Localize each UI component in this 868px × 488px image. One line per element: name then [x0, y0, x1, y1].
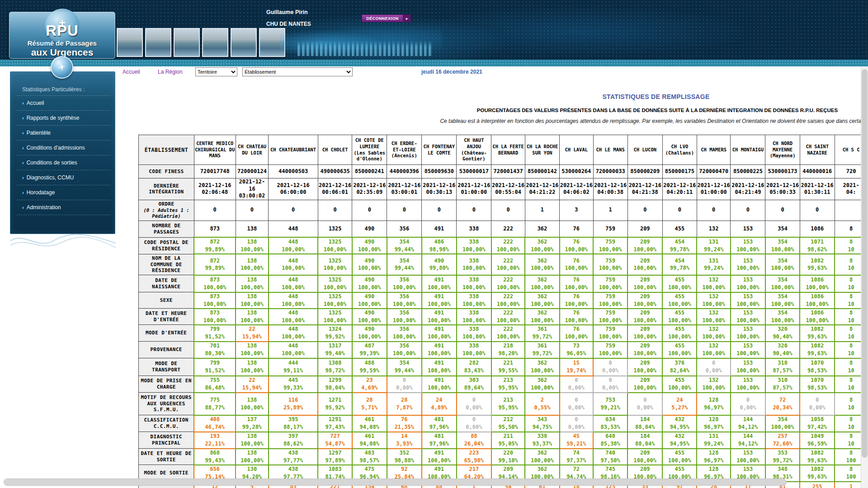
horizontal-scrollbar-thumb[interactable]: [4, 479, 787, 486]
column-header-establishment: CH LAVAL: [560, 135, 593, 165]
stat-cell: 108299,63%: [800, 342, 835, 358]
sidebar-item-horodatage[interactable]: ›Horodatage: [17, 185, 110, 200]
stat-cell: 1325100,00%: [318, 275, 352, 292]
sidebar-item-patient-le[interactable]: ›Patientèle: [17, 126, 110, 141]
stat-cell: 455100,00%: [662, 325, 697, 342]
stat-cell: 490100,00%: [352, 275, 387, 292]
territory-select[interactable]: Territoire: [195, 67, 237, 76]
integration-datetime-cell: 2021-12-1604:21:38: [627, 178, 662, 200]
stat-cell: 13199,24%: [697, 432, 730, 449]
stat-cell: 153100,00%: [731, 358, 765, 376]
sidebar-item-accueil[interactable]: ›Accueil: [17, 95, 110, 111]
page-note: Ce tableau est à interpréter en fonction…: [440, 118, 868, 124]
vertical-scrollbar[interactable]: [861, 66, 868, 488]
sidebar-item-diagnostics-ccmu[interactable]: ›Diagnostics, CCMU: [17, 170, 110, 185]
stat-cell: 222100,00%: [491, 292, 525, 309]
column-header-establishment: CH LUCON: [627, 135, 662, 165]
stat-cell: 491100,00%: [422, 275, 457, 292]
value-cell: 720017748: [194, 165, 236, 178]
stat-cell: 00,00%: [593, 358, 627, 376]
stat-cell: 759100,00%: [593, 275, 627, 292]
stat-cell: 129998,04%: [318, 376, 352, 393]
stat-cell: 76100,00%: [560, 292, 593, 309]
integration-datetime-cell: 2021-12-1603:00:02: [236, 178, 269, 200]
stat-cell: 77588,77%: [194, 393, 236, 415]
stat-cell: 1086100,00%: [800, 309, 835, 325]
stat-cell: 4559,21%: [560, 432, 593, 449]
establishment-select[interactable]: Établissement: [242, 67, 353, 76]
stat-cell: 362100,00%: [525, 275, 559, 292]
stat-cell: 490100,00%: [352, 309, 387, 325]
vertical-scrollbar-thumb[interactable]: [862, 69, 868, 458]
integration-datetime-cell: 2021-12-1601:00:00: [457, 178, 491, 200]
sidebar-item-administration[interactable]: ›Administration: [17, 200, 110, 215]
stat-cell: 759100,00%: [593, 254, 627, 275]
stat-cell: 153100,00%: [731, 237, 765, 254]
row-label: CLASSIFICATION C.C.M.U.: [139, 415, 194, 432]
row-label: CODE POSTAL DE RÉSIDENCE: [139, 237, 194, 254]
stat-cell: 35399,72%: [765, 449, 800, 465]
stat-cell: 490100,00%: [352, 292, 387, 309]
corner-header-etablissement: ÉTABLISSEMENT: [139, 135, 194, 165]
value-cell: 1: [593, 200, 627, 221]
value-cell: 850000241: [352, 165, 387, 178]
sidebar-item-rapports-de-synth-se[interactable]: ›Rapports de synthèse: [17, 111, 110, 126]
logout-button-label[interactable]: DÉCONNEXION: [362, 14, 403, 22]
sidebar-item-label: Administration: [27, 204, 61, 211]
sidebar-item-label: Conditions de sorties: [27, 160, 77, 166]
stat-cell: 285,71%: [352, 393, 387, 415]
sidebar-wave-decoration: [10, 227, 116, 254]
stat-cell: 354100,00%: [765, 309, 800, 325]
nav-link-accueil[interactable]: Accueil: [123, 69, 140, 75]
stat-cell: 222100,00%: [491, 309, 525, 325]
chevron-right-icon: ›: [22, 190, 24, 195]
stat-cell: 2215,94%: [236, 376, 269, 393]
stat-cell: 130898,72%: [318, 358, 352, 376]
stat-cell: 873100,00%: [194, 309, 236, 325]
stat-cell: 104996,59%: [800, 432, 835, 449]
stat-cell: 108299,63%: [800, 325, 835, 342]
stat-cell: 354100,00%: [765, 292, 800, 309]
logout-arrow-icon[interactable]: ▸: [403, 14, 411, 22]
stat-cell: 491100,00%: [422, 358, 457, 376]
column-header-establishment: CH FONTENAY LE COMTE: [422, 135, 457, 165]
column-header-establishment: CH LA FERTE BERNARD: [491, 135, 525, 165]
nav-link-la-region[interactable]: La Région: [158, 69, 183, 75]
value-cell: 490000635: [318, 165, 352, 178]
row-label: DATE ET HEURE DE SORTIE: [139, 449, 194, 465]
stat-cell: 35499,44%: [387, 254, 422, 275]
value-cell: 850000142: [525, 165, 559, 178]
banner-bottom-strip: [0, 60, 868, 66]
stat-cell: 76100,00%: [560, 325, 593, 342]
value-cell: 0: [491, 200, 525, 221]
value-cell: 356: [387, 221, 422, 237]
value-cell: 530000017: [457, 165, 491, 178]
stat-cell: 759100,00%: [593, 342, 627, 358]
stat-cell: 75586,48%: [194, 376, 236, 393]
stat-cell: 362100,00%: [525, 376, 559, 393]
stat-cell: 28283,43%: [457, 358, 491, 376]
sidebar-item-conditions-d-admissions[interactable]: ›Conditions d'admissions: [17, 141, 110, 155]
value-cell: 153: [731, 221, 765, 237]
stat-cell: 245,27%: [662, 393, 697, 415]
banner-photo: [174, 28, 200, 57]
stat-cell: 222100,00%: [491, 325, 525, 342]
value-cell: 0: [731, 200, 765, 221]
stat-cell: 00,00%: [560, 376, 593, 393]
stat-cell: 138100,00%: [236, 237, 269, 254]
stat-cell: 48799,39%: [352, 342, 387, 358]
sidebar-item-conditions-de-sorties[interactable]: ›Conditions de sorties: [17, 155, 110, 170]
stat-cell: 354100,00%: [765, 275, 800, 292]
column-header-establishment: CH LA ROCHE SUR YON: [525, 135, 559, 165]
stat-cell: 1325100,00%: [318, 292, 352, 309]
banner-photo: [117, 28, 143, 57]
stat-cell: 2215,94%: [236, 325, 269, 342]
sidebar-item-label: Accueil: [27, 100, 44, 106]
stat-cell: 1086100,00%: [800, 292, 835, 309]
stat-cell: 107098,53%: [800, 358, 835, 376]
stat-cell: 25772,60%: [765, 432, 800, 449]
stat-cell: 138100,00%: [236, 292, 269, 309]
sidebar-title: Statistiques Particulières :: [22, 86, 115, 93]
logout-button[interactable]: DÉCONNEXION ▸: [362, 14, 411, 22]
stat-cell: 7621,35%: [387, 415, 422, 432]
